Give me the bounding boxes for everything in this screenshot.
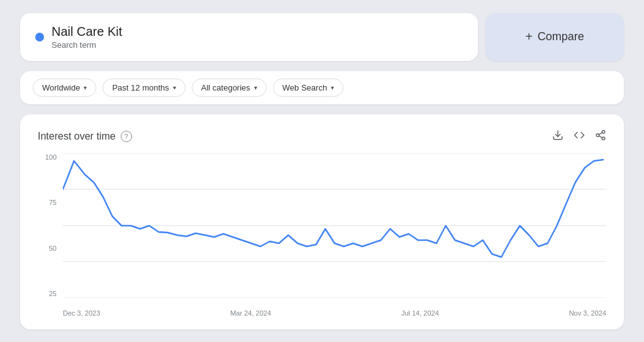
chevron-down-icon: ▾ <box>331 84 334 91</box>
term-type: Search term <box>52 40 122 50</box>
chart-header: Interest over time ? <box>38 130 606 143</box>
term-color-dot <box>35 33 44 41</box>
search-term-info: Nail Care Kit Search term <box>52 25 122 50</box>
filter-time[interactable]: Past 12 months ▾ <box>103 79 185 97</box>
filter-geo[interactable]: Worldwide ▾ <box>33 79 96 97</box>
filters-card: Worldwide ▾ Past 12 months ▾ All categor… <box>20 71 624 104</box>
compare-card[interactable]: + Compare <box>486 13 624 61</box>
chevron-down-icon: ▾ <box>173 84 176 91</box>
search-term-card: Nail Care Kit Search term <box>20 13 478 61</box>
chart-actions <box>552 130 606 143</box>
y-axis-labels: 100 75 50 25 <box>38 153 57 317</box>
y-label-75: 75 <box>38 199 57 206</box>
y-label-50: 50 <box>38 245 57 252</box>
chart-title: Interest over time <box>38 131 116 142</box>
compare-label: Compare <box>538 30 584 43</box>
chevron-down-icon: ▾ <box>254 84 257 91</box>
y-label-25: 25 <box>38 290 57 297</box>
filter-time-label: Past 12 months <box>112 83 169 92</box>
share-icon[interactable] <box>595 130 606 143</box>
embed-icon[interactable] <box>574 130 585 143</box>
term-name: Nail Care Kit <box>52 25 122 39</box>
help-icon[interactable]: ? <box>121 131 132 142</box>
filter-geo-label: Worldwide <box>42 83 80 92</box>
y-label-100: 100 <box>38 153 57 161</box>
svg-line-5 <box>599 132 602 134</box>
plus-icon: + <box>525 30 533 44</box>
x-label-mar: Mar 24, 2024 <box>230 309 271 317</box>
svg-line-4 <box>599 136 602 138</box>
filter-category-label: All categories <box>201 83 250 92</box>
filter-search-type[interactable]: Web Search ▾ <box>273 79 343 97</box>
top-row: Nail Care Kit Search term + Compare <box>20 13 624 61</box>
chart-wrapper: 100 75 50 25 <box>38 153 606 317</box>
chart-title-row: Interest over time ? <box>38 131 132 142</box>
x-label-jul: Jul 14, 2024 <box>401 309 439 317</box>
filter-search-type-label: Web Search <box>282 83 327 92</box>
main-container: Nail Care Kit Search term + Compare Worl… <box>20 13 624 329</box>
chart-card: Interest over time ? <box>20 114 624 329</box>
chart-svg <box>63 153 606 298</box>
x-label-nov: Nov 3, 2024 <box>569 309 606 317</box>
download-icon[interactable] <box>552 130 564 143</box>
filter-category[interactable]: All categories ▾ <box>192 79 267 97</box>
x-axis-labels: Dec 3, 2023 Mar 24, 2024 Jul 14, 2024 No… <box>63 298 606 317</box>
chevron-down-icon: ▾ <box>84 84 87 91</box>
chart-area <box>63 153 606 298</box>
x-label-dec: Dec 3, 2023 <box>63 309 100 317</box>
